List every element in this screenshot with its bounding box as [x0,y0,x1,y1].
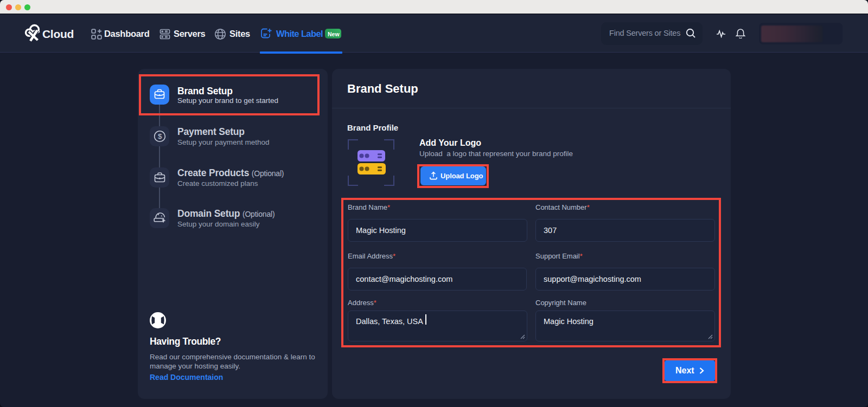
svg-text:$: $ [158,132,162,140]
